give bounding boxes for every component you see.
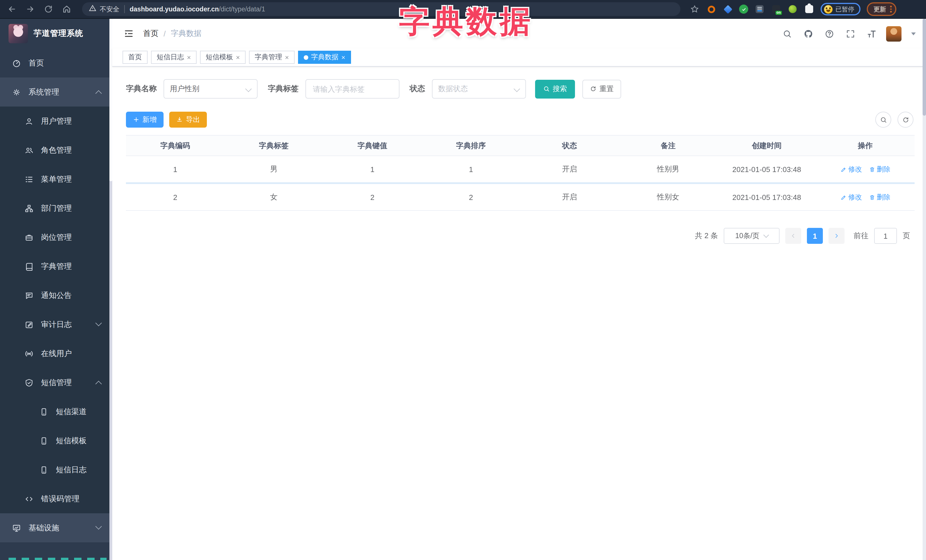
current-page-button[interactable]: 1: [807, 228, 823, 244]
avatar-caret-icon[interactable]: [911, 32, 916, 35]
help-icon[interactable]: [823, 27, 835, 40]
edit-link[interactable]: 修改: [840, 165, 862, 174]
bookmark-star-icon[interactable]: [690, 4, 700, 14]
sidebar-item-menus[interactable]: 菜单管理: [0, 165, 112, 194]
extension-gem-icon[interactable]: [723, 4, 733, 14]
sidebar-item-sms-channel[interactable]: 短信渠道: [0, 397, 112, 426]
plus-icon: [133, 116, 139, 123]
sidebar-item-sms[interactable]: 短信管理: [0, 368, 112, 397]
cell-value: 2: [323, 193, 422, 201]
dict-name-value: 用户性别: [170, 84, 200, 94]
browser-menu-icon[interactable]: [890, 6, 891, 12]
filter-form: 字典名称 用户性别 字典标签 状态 数据状态: [126, 79, 915, 98]
delete-link[interactable]: 删除: [869, 192, 890, 202]
breadcrumb: 首页 / 字典数据: [143, 29, 202, 39]
chevron-left-icon: [790, 233, 796, 239]
toggle-search-button[interactable]: [875, 112, 891, 128]
sidebar-item-label: 菜单管理: [41, 174, 72, 184]
dict-tag-label: 字典标签: [268, 84, 299, 94]
sidebar-item-roles[interactable]: 角色管理: [0, 136, 112, 165]
sidebar-item-label: 错误码管理: [41, 494, 80, 504]
goto-page-input[interactable]: [874, 228, 897, 244]
add-button[interactable]: 新增: [126, 112, 163, 128]
sidebar-item-posts[interactable]: 岗位管理: [0, 223, 112, 252]
sidebar-item-audit-log[interactable]: 审计日志: [0, 310, 112, 339]
sidebar-item-sms-template[interactable]: 短信模板: [0, 426, 112, 455]
dict-tag-input[interactable]: [312, 84, 393, 94]
search-icon[interactable]: [781, 27, 793, 40]
paused-label: 已暂停: [835, 5, 854, 14]
sidebar-item-sms-log[interactable]: 短信日志: [0, 455, 112, 484]
close-icon[interactable]: [285, 54, 289, 61]
extension-orange-icon[interactable]: [706, 4, 716, 14]
profile-paused-badge[interactable]: 已暂停: [820, 3, 861, 15]
close-icon[interactable]: [187, 54, 191, 61]
sidebar-item-system[interactable]: 系统管理: [0, 77, 112, 107]
extensions-puzzle-icon[interactable]: [804, 4, 814, 14]
refresh-table-button[interactable]: [897, 112, 914, 128]
sidebar-item-label: 基础设施: [29, 523, 59, 533]
refresh-icon: [902, 116, 909, 123]
sidebar-item-notices[interactable]: 通知公告: [0, 281, 112, 310]
extension-check-icon[interactable]: [739, 5, 748, 14]
tag-label: 首页: [128, 53, 142, 62]
page-scrollbar[interactable]: [923, 19, 926, 560]
sidebar-item-users[interactable]: 用户管理: [0, 107, 112, 136]
browser-update-button[interactable]: 更新: [867, 2, 896, 16]
extension-on-icon[interactable]: on: [771, 4, 781, 14]
total-count: 共 2 条: [695, 231, 718, 241]
prev-page-button[interactable]: [785, 228, 801, 244]
tag-home[interactable]: 首页: [123, 51, 148, 64]
extension-bars-icon[interactable]: [755, 4, 765, 14]
sidebar-fold-icon[interactable]: [123, 27, 135, 40]
dict-name-select[interactable]: 用户性别: [163, 79, 257, 98]
forward-icon[interactable]: [23, 2, 38, 17]
reset-button[interactable]: 重置: [583, 80, 621, 98]
cell-sort: 2: [422, 193, 520, 201]
url-text[interactable]: dashboard.yudao.iocoder.cn/dict/type/dat…: [130, 6, 265, 12]
extension-green-icon[interactable]: [788, 4, 798, 14]
delete-link[interactable]: 删除: [869, 165, 890, 174]
page-size-select[interactable]: 10条/页: [724, 228, 779, 244]
fullscreen-icon[interactable]: [844, 27, 856, 40]
tag-sms-log[interactable]: 短信日志: [151, 51, 197, 64]
security-label[interactable]: 不安全: [100, 5, 120, 14]
sidebar-scrollbar-thumb[interactable]: [109, 19, 112, 181]
next-page-button[interactable]: [829, 228, 844, 244]
cell-value: 1: [323, 165, 422, 174]
close-icon[interactable]: [236, 54, 240, 61]
tag-sms-template[interactable]: 短信模板: [200, 51, 246, 64]
reload-icon[interactable]: [41, 2, 56, 17]
status-select[interactable]: 数据状态: [432, 79, 526, 98]
back-icon[interactable]: [5, 2, 20, 17]
sidebar-item-error-codes[interactable]: 错误码管理: [0, 484, 112, 513]
dict-tag-field[interactable]: [306, 79, 399, 98]
sidebar-item-online-users[interactable]: 在线用户: [0, 339, 112, 368]
breadcrumb-home[interactable]: 首页: [143, 29, 159, 39]
font-size-icon[interactable]: [865, 27, 878, 40]
sidebar-logo[interactable]: 芋道管理系统: [0, 19, 112, 48]
chevron-right-icon: [834, 233, 840, 239]
tag-dict-data[interactable]: 字典数据: [298, 51, 351, 64]
close-icon[interactable]: [341, 54, 345, 61]
sidebar-item-dict[interactable]: 字典管理: [0, 252, 112, 281]
sidebar-item-departments[interactable]: 部门管理: [0, 194, 112, 223]
sidebar-item-infrastructure[interactable]: 基础设施: [0, 513, 112, 542]
chevron-down-icon: [763, 232, 769, 238]
export-button[interactable]: 导出: [169, 112, 207, 128]
sidebar-scrollbar[interactable]: [109, 19, 112, 560]
address-bar[interactable]: 不安全 dashboard.yudao.iocoder.cn/dict/type…: [82, 2, 680, 16]
page-scrollbar-thumb[interactable]: [923, 19, 926, 116]
home-icon[interactable]: [59, 2, 74, 17]
github-icon[interactable]: [802, 27, 814, 40]
sidebar-item-home[interactable]: 首页: [0, 48, 112, 77]
search-icon: [879, 116, 887, 123]
status-label: 状态: [410, 84, 425, 94]
chevron-down-icon: [95, 523, 102, 530]
org-tree-icon: [24, 204, 33, 213]
cell-status: 开启: [520, 192, 619, 202]
search-button[interactable]: 搜索: [535, 80, 575, 98]
tag-dict-manage[interactable]: 字典管理: [249, 51, 295, 64]
user-avatar[interactable]: [886, 26, 902, 41]
edit-link[interactable]: 修改: [840, 192, 862, 202]
